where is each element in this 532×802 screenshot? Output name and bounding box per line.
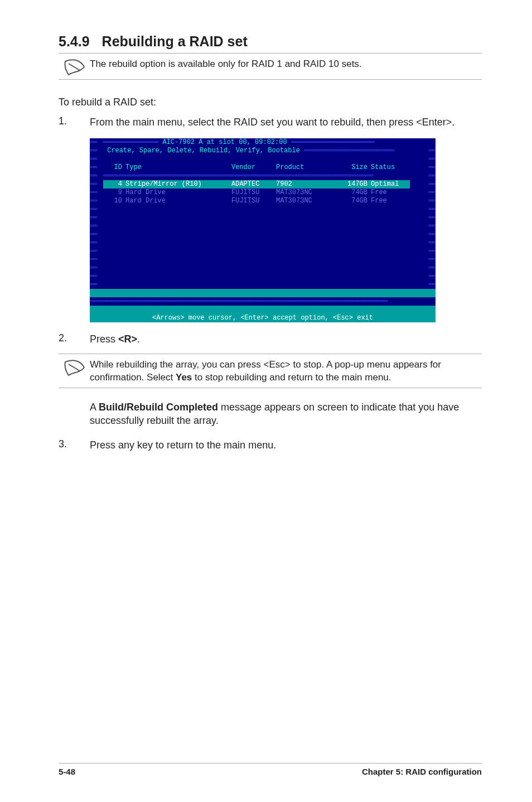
step-number: 3. xyxy=(59,438,90,452)
bios-cell-status: Free xyxy=(371,197,410,205)
result-bold: Build/Rebuild Completed xyxy=(99,402,218,413)
step-1: 1. From the main menu, select the RAID s… xyxy=(59,115,482,129)
note-icon xyxy=(59,58,90,76)
result-a: A xyxy=(90,402,99,413)
bios-cell-vendor: FUJITSU xyxy=(231,189,276,197)
bios-screenshot: ══════════════════ AIC-7902 A at slot 00… xyxy=(90,138,436,322)
bios-cell-status: Optimal xyxy=(371,180,410,189)
bios-cell-size: 74GB xyxy=(337,197,371,205)
note-text: The rebuild option is available only for… xyxy=(90,58,482,71)
result-text: A Build/Rebuild Completed message appear… xyxy=(90,400,482,428)
note-icon xyxy=(59,359,90,376)
note-block: The rebuild option is available only for… xyxy=(59,58,482,76)
bios-col-vendor: Vendor xyxy=(231,163,276,172)
section-title: Rebuilding a RAID set xyxy=(102,33,248,49)
step-prefix: Press xyxy=(90,334,118,345)
intro-text: To rebuild a RAID set: xyxy=(59,95,482,109)
section-number: 5.4.9 xyxy=(59,33,90,49)
bios-col-size: Size xyxy=(337,163,371,172)
step-key: <R> xyxy=(118,334,137,345)
bios-menu: Create, Spare, Delete, Rebuild, Verify, … xyxy=(107,147,300,155)
step-number: 2. xyxy=(59,332,90,346)
bios-cell-type: Hard Drive xyxy=(125,189,231,197)
step-body: From the main menu, select the RAID set … xyxy=(90,115,482,129)
divider xyxy=(59,53,482,54)
bios-cell-id: 9 xyxy=(103,189,125,197)
note-text: While rebuilding the array, you can pres… xyxy=(90,359,482,384)
bios-cell-id: 4 xyxy=(103,180,125,189)
bios-cell-size: 74GB xyxy=(337,189,371,197)
bios-cell-id: 10 xyxy=(103,197,125,205)
bios-col-id: ID xyxy=(103,163,125,172)
divider xyxy=(59,388,482,388)
chapter-label: Chapter 5: RAID configuration xyxy=(362,767,482,776)
divider xyxy=(59,354,482,354)
note2-yes: Yes xyxy=(176,372,192,383)
bios-hint: <Arrows> move cursor, <Enter> accept opt… xyxy=(90,314,436,322)
bios-cell-size: 147GB xyxy=(337,180,371,189)
step-3: 3. Press any key to return to the main m… xyxy=(59,438,482,452)
step-body: Press <R>. xyxy=(90,332,482,346)
bios-cell-product: MAT3073NC xyxy=(276,189,337,197)
bios-cell-vendor: ADAPTEC xyxy=(231,180,276,189)
bios-col-product: Product xyxy=(276,163,337,172)
bios-title: AIC-7902 A at slot 00, 09:02:00 xyxy=(162,138,287,147)
bios-cell-status: Free xyxy=(371,189,410,197)
step-body: Press any key to return to the main menu… xyxy=(90,438,482,452)
section-heading: 5.4.9Rebuilding a RAID set xyxy=(59,33,482,50)
page-number: 5-48 xyxy=(59,767,75,776)
bios-col-status: Status xyxy=(371,163,410,172)
page-footer: 5-48 Chapter 5: RAID configuration xyxy=(59,763,482,776)
bios-cell-vendor: FUJITSU xyxy=(231,197,276,205)
step-suffix: . xyxy=(137,334,140,345)
divider xyxy=(59,79,482,80)
bios-cell-product: 7902 xyxy=(276,180,337,189)
note2-b: to stop rebuilding and return to the mai… xyxy=(192,372,391,383)
bios-col-type: Type xyxy=(125,163,231,172)
note-block: While rebuilding the array, you can pres… xyxy=(59,359,482,384)
step-2: 2. Press <R>. xyxy=(59,332,482,346)
bios-cell-type: Hard Drive xyxy=(125,197,231,205)
bios-cell-type: Stripe/Mirror (R10) xyxy=(125,180,231,189)
bios-cell-product: MAT3073NC xyxy=(276,197,337,205)
step-number: 1. xyxy=(59,115,90,129)
